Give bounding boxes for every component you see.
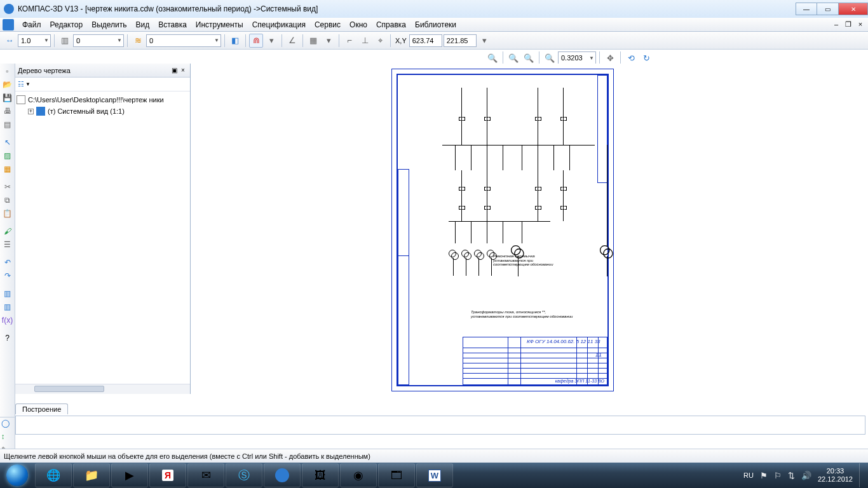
page-icon[interactable]: ▥ [58, 34, 72, 48]
show-desktop-button[interactable] [859, 463, 864, 487]
menu-window[interactable]: Окно [345, 20, 372, 29]
menu-insert[interactable]: Вставка [154, 20, 191, 29]
zoom-out-icon[interactable]: 🔍 [522, 51, 536, 65]
tab-build[interactable]: Построение [15, 403, 68, 414]
taskbar-word-icon[interactable]: W [416, 463, 453, 487]
taskbar-kompas-icon[interactable] [264, 463, 301, 487]
layers-icon[interactable]: ▦ [1, 163, 14, 175]
pin-icon[interactable]: ▣ [170, 67, 179, 74]
coord-x[interactable]: 623.74 [409, 34, 442, 47]
zoom-combo[interactable]: ▼ [558, 51, 596, 64]
previous-view-icon[interactable]: ⟲ [624, 51, 638, 65]
taskbar-yandex-icon[interactable]: Я [149, 463, 186, 487]
menu-spec[interactable]: Спецификация [248, 20, 310, 29]
tree-file-node[interactable]: C:\Users\User\Desktop\сапр!!!\чертеж ник… [17, 94, 189, 105]
chevron-down-icon[interactable]: ▼ [588, 55, 594, 61]
taskbar-app-icon[interactable]: 🗔 [378, 463, 415, 487]
menu-tools[interactable]: Инструменты [191, 20, 248, 29]
taskbar-explorer-icon[interactable]: 📁 [73, 463, 110, 487]
library2-icon[interactable]: ▥ [1, 301, 14, 313]
perp-icon[interactable]: ⊥ [358, 34, 372, 48]
zoom-fit-icon[interactable]: 🔍 [485, 51, 499, 65]
maximize-button[interactable]: ▭ [817, 3, 839, 15]
menu-service[interactable]: Сервис [310, 20, 345, 29]
zoom-window-icon[interactable]: 🔍 [543, 51, 557, 65]
paste-icon[interactable]: 📋 [1, 207, 14, 220]
brush-icon[interactable]: 🖌 [1, 225, 14, 238]
drawing-canvas[interactable]: Ремонтная перемычка устанавливается при … [191, 64, 868, 394]
tree-mode-icon[interactable]: ☷ [18, 80, 24, 88]
open-icon[interactable]: 📂 [1, 78, 14, 91]
linestyle-icon[interactable]: ≋ [131, 34, 145, 48]
mdi-minimize-icon[interactable]: – [831, 20, 841, 29]
library-icon[interactable]: ▥ [1, 287, 14, 300]
save-icon[interactable]: 💾 [1, 92, 14, 104]
chevron-down-icon[interactable]: ▼ [116, 37, 122, 43]
step-input[interactable] [21, 37, 43, 44]
close-panel-icon[interactable]: × [179, 67, 187, 74]
help-cursor-icon[interactable]: ? [1, 332, 14, 344]
menu-libs[interactable]: Библиотеки [410, 20, 461, 29]
coord-dropdown-icon[interactable]: ▾ [478, 34, 492, 48]
start-button[interactable] [0, 463, 34, 488]
input-language[interactable]: RU [743, 471, 754, 479]
step-combo[interactable]: ▼ [18, 34, 51, 47]
angle-icon[interactable]: ∠ [285, 34, 299, 48]
pan-icon[interactable]: ✥ [603, 51, 617, 65]
tray-flag-icon[interactable]: ⚑ [760, 471, 768, 480]
variables-icon[interactable]: f(x) [1, 314, 14, 327]
chevron-down-icon[interactable]: ▼ [43, 37, 49, 43]
tray-network-icon[interactable]: ⇅ [788, 471, 795, 480]
cut-icon[interactable]: ✂ [1, 180, 14, 193]
chevron-down-icon[interactable]: ▼ [213, 37, 219, 43]
menu-file[interactable]: Файл [18, 20, 46, 29]
tray-action-center-icon[interactable]: ⚐ [774, 471, 782, 480]
dimension-icon[interactable]: ↕ [1, 432, 14, 444]
copy-icon[interactable]: ⧉ [1, 194, 14, 207]
menu-editor[interactable]: Редактор [46, 20, 88, 29]
taskbar-skype-icon[interactable]: Ⓢ [226, 463, 262, 487]
coord-y[interactable]: 221.85 [444, 34, 477, 47]
minimize-button[interactable]: — [796, 3, 817, 15]
menu-view[interactable]: Вид [132, 20, 154, 29]
refresh-icon[interactable]: ↻ [639, 51, 653, 65]
print-icon[interactable]: 🖶 [1, 105, 14, 118]
drawing-sheet[interactable]: Ремонтная перемычка устанавливается при … [391, 69, 614, 391]
taskbar-mail-icon[interactable]: ✉ [187, 463, 224, 487]
magnet-icon[interactable]: ⋒ [249, 34, 263, 48]
taskbar-media-icon[interactable]: ▶ [111, 463, 148, 487]
command-line[interactable] [15, 416, 865, 435]
tray-clock[interactable]: 20:33 22.12.2012 [818, 467, 853, 483]
close-button[interactable]: ✕ [839, 3, 868, 15]
hatch-icon[interactable]: ▨ [1, 149, 14, 162]
tree-mode-dropdown-icon[interactable]: ▼ [25, 81, 31, 87]
page-combo[interactable]: ▼ [73, 34, 124, 47]
zoom-in-icon[interactable]: 🔍 [506, 51, 520, 65]
grid-dropdown-icon[interactable]: ▾ [322, 34, 336, 48]
properties-icon[interactable]: ☰ [1, 238, 14, 251]
grid-icon[interactable]: ▦ [306, 34, 320, 48]
taskbar-ie-icon[interactable]: 🌐 [35, 463, 72, 487]
expand-icon[interactable]: + [28, 109, 34, 114]
taskbar-chrome-icon[interactable]: ◉ [340, 463, 377, 487]
cursor-step-icon[interactable]: ↔ [3, 34, 17, 48]
menu-help[interactable]: Справка [372, 20, 410, 29]
geometry-icon[interactable]: ◯ [1, 419, 14, 431]
style-combo-input[interactable] [149, 37, 213, 44]
tree-view-node[interactable]: + (т) Системный вид (1:1) [17, 105, 189, 117]
new-icon[interactable]: ▫ [1, 65, 14, 78]
print-preview-icon[interactable]: ▤ [1, 118, 14, 131]
magnet-dropdown-icon[interactable]: ▾ [264, 34, 278, 48]
page-combo-input[interactable] [76, 37, 116, 44]
taskbar-pictures-icon[interactable]: 🖼 [302, 463, 339, 487]
mdi-close-icon[interactable]: × [855, 20, 865, 29]
mdi-restore-icon[interactable]: ❐ [843, 20, 853, 29]
tray-volume-icon[interactable]: 🔊 [801, 471, 811, 480]
cursor-icon[interactable]: ↖ [1, 136, 14, 149]
app-menu-icon[interactable] [3, 19, 14, 30]
tree-horizontal-scrollbar[interactable] [15, 384, 190, 394]
style-combo[interactable]: ▼ [146, 34, 221, 47]
redo-icon[interactable]: ↷ [1, 269, 14, 282]
snap-round-icon[interactable]: ⌖ [373, 34, 387, 48]
ortho-icon[interactable]: ⌐ [342, 34, 356, 48]
